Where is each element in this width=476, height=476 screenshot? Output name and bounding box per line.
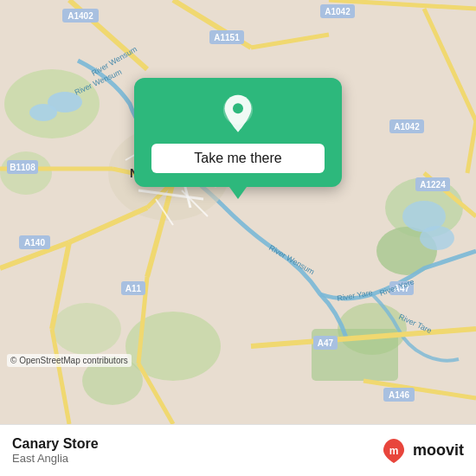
moovit-icon: m [380, 437, 408, 465]
moovit-logo: m moovit [380, 437, 464, 465]
moovit-text: moovit [413, 441, 464, 460]
bottom-bar: Canary Store East Anglia m moovit [0, 424, 476, 476]
map-attribution: © OpenStreetMap contributors [7, 354, 132, 367]
store-info: Canary Store East Anglia [12, 436, 99, 465]
popup-card: Take me there [134, 78, 342, 187]
svg-text:A140: A140 [24, 238, 45, 248]
svg-text:A1042: A1042 [394, 122, 420, 132]
svg-text:A11: A11 [125, 284, 142, 293]
location-pin-icon [217, 93, 259, 135]
take-me-there-button[interactable]: Take me there [151, 144, 325, 173]
svg-point-73 [233, 103, 243, 113]
store-name: Canary Store [12, 436, 99, 452]
svg-point-8 [52, 303, 121, 355]
svg-text:A1224: A1224 [420, 180, 446, 190]
svg-text:A146: A146 [389, 390, 409, 400]
svg-point-11 [29, 104, 57, 121]
map-container: A1402 A1042 A1151 A1042 B1108 A140 A11 A… [0, 0, 476, 424]
svg-point-13 [420, 226, 454, 250]
svg-text:A1151: A1151 [214, 33, 240, 42]
store-region: East Anglia [12, 452, 99, 465]
svg-text:A1402: A1402 [68, 11, 93, 21]
svg-text:A47: A47 [318, 338, 334, 348]
svg-text:m: m [389, 445, 399, 457]
svg-text:B1108: B1108 [10, 163, 35, 172]
svg-text:A1042: A1042 [325, 7, 351, 16]
